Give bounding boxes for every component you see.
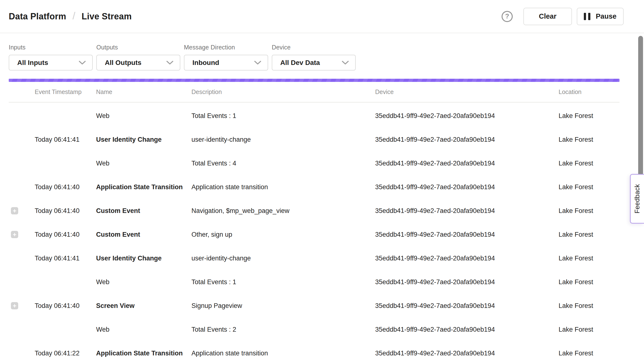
cell-name: Web [96, 160, 192, 167]
clear-button[interactable]: Clear [524, 8, 572, 25]
breadcrumb-separator: / [72, 10, 76, 22]
table-row: Today 06:41:40 Application State Transit… [9, 175, 620, 199]
cell-timestamp: Today 06:41:40 [35, 231, 96, 238]
filter-inputs-label: Inputs [9, 44, 93, 51]
cell-device: 35eddb41-9ff9-49e2-7aed-20afa90eb194 [375, 207, 558, 215]
expand-row-icon[interactable]: + [11, 231, 18, 238]
cell-name: Web [96, 326, 192, 333]
filter-message-direction: Message Direction Inbound [184, 44, 268, 70]
filter-outputs-label: Outputs [96, 44, 180, 51]
filter-bar: Inputs All Inputs Outputs All Outputs Me… [0, 33, 644, 70]
message-direction-select[interactable]: Inbound [184, 55, 268, 70]
filter-inputs: Inputs All Inputs [9, 44, 93, 70]
table-row: Web Total Events : 4 35eddb41-9ff9-49e2-… [9, 151, 620, 175]
table-row: Today 06:41:41 User Identity Change user… [9, 128, 620, 151]
cell-location: Lake Forest [558, 183, 620, 191]
col-header-event-timestamp: Event Timestamp [35, 88, 96, 95]
clear-button-label: Clear [539, 12, 557, 20]
table-header-row: Event Timestamp Name Description Device … [9, 82, 620, 102]
cell-name: Custom Event [96, 207, 192, 215]
filter-device: Device All Dev Data [272, 44, 356, 70]
table-row-expandable[interactable]: + Today 06:41:40 Custom Event Other, sig… [9, 223, 620, 246]
table-row: Today 06:41:41 User Identity Change user… [9, 246, 620, 270]
cell-device: 35eddb41-9ff9-49e2-7aed-20afa90eb194 [375, 302, 558, 310]
cell-name: User Identity Change [96, 136, 192, 143]
cell-device: 35eddb41-9ff9-49e2-7aed-20afa90eb194 [375, 278, 558, 286]
cell-location: Lake Forest [558, 231, 620, 238]
cell-device: 35eddb41-9ff9-49e2-7aed-20afa90eb194 [375, 136, 558, 143]
message-direction-select-value: Inbound [192, 59, 219, 67]
cell-description: Navigation, $mp_web_page_view [192, 207, 375, 215]
cell-description: Total Events : 2 [192, 326, 375, 333]
inputs-select[interactable]: All Inputs [9, 55, 93, 70]
inputs-select-value: All Inputs [17, 59, 48, 67]
cell-description: Total Events : 4 [192, 160, 375, 167]
cell-location: Lake Forest [558, 278, 620, 286]
cell-timestamp: Today 06:41:40 [35, 207, 96, 215]
col-header-name: Name [96, 88, 192, 95]
cell-location: Lake Forest [558, 112, 620, 120]
pause-button[interactable]: Pause [577, 8, 624, 25]
cell-device: 35eddb41-9ff9-49e2-7aed-20afa90eb194 [375, 326, 558, 333]
cell-location: Lake Forest [558, 302, 620, 310]
chevron-down-icon [342, 61, 349, 65]
cell-timestamp: Today 06:41:40 [35, 302, 96, 310]
cell-description: user-identity-change [192, 255, 375, 262]
cell-location: Lake Forest [558, 255, 620, 262]
chevron-down-icon [78, 61, 86, 65]
cell-device: 35eddb41-9ff9-49e2-7aed-20afa90eb194 [375, 183, 558, 191]
expand-row-icon[interactable]: + [11, 207, 18, 214]
cell-name: Screen View [96, 302, 192, 310]
cell-name: Web [96, 112, 192, 120]
outputs-select-value: All Outputs [105, 59, 142, 67]
cell-location: Lake Forest [558, 350, 620, 357]
table-body: Web Total Events : 1 35eddb41-9ff9-49e2-… [9, 102, 620, 360]
feedback-tab-label: Feedback [634, 184, 641, 213]
table-row: Today 06:41:22 Application State Transit… [9, 341, 620, 360]
cell-location: Lake Forest [558, 136, 620, 143]
live-stream-activity-bar [9, 79, 620, 82]
filter-message-direction-label: Message Direction [184, 44, 268, 51]
vertical-scrollbar-thumb[interactable] [638, 36, 643, 180]
cell-timestamp: Today 06:41:41 [35, 255, 96, 262]
cell-name: User Identity Change [96, 255, 192, 262]
cell-timestamp: Today 06:41:41 [35, 136, 96, 143]
cell-device: 35eddb41-9ff9-49e2-7aed-20afa90eb194 [375, 160, 558, 167]
cell-location: Lake Forest [558, 160, 620, 167]
cell-description: Other, sign up [192, 231, 375, 238]
table-row-expandable[interactable]: + Today 06:41:40 Screen View Signup Page… [9, 294, 620, 318]
device-select[interactable]: All Dev Data [272, 55, 356, 70]
cell-description: Application state transition [192, 350, 375, 357]
outputs-select[interactable]: All Outputs [96, 55, 180, 70]
table-row: Web Total Events : 2 35eddb41-9ff9-49e2-… [9, 318, 620, 341]
cell-location: Lake Forest [558, 207, 620, 215]
header-actions: ? Clear Pause [502, 8, 624, 25]
live-stream-table: Event Timestamp Name Description Device … [9, 82, 620, 360]
expand-row-icon[interactable]: + [11, 302, 18, 309]
cell-device: 35eddb41-9ff9-49e2-7aed-20afa90eb194 [375, 112, 558, 120]
cell-location: Lake Forest [558, 326, 620, 333]
cell-description: Application state transition [192, 183, 375, 191]
pause-button-label: Pause [596, 12, 616, 20]
device-select-value: All Dev Data [280, 59, 320, 67]
table-row: Web Total Events : 1 35eddb41-9ff9-49e2-… [9, 104, 620, 128]
cell-description: user-identity-change [192, 136, 375, 143]
chevron-down-icon [166, 61, 174, 65]
cell-name: Web [96, 278, 192, 286]
help-icon[interactable]: ? [502, 11, 513, 22]
app-header: Data Platform / Live Stream ? Clear Paus… [0, 0, 644, 33]
table-row-expandable[interactable]: + Today 06:41:40 Custom Event Navigation… [9, 199, 620, 223]
filter-outputs: Outputs All Outputs [96, 44, 180, 70]
chevron-down-icon [254, 61, 261, 65]
table-row: Web Total Events : 1 35eddb41-9ff9-49e2-… [9, 270, 620, 294]
pause-icon [584, 13, 590, 20]
cell-name: Application State Transition [96, 350, 192, 357]
cell-timestamp: Today 06:41:40 [35, 183, 96, 191]
feedback-tab[interactable]: Feedback [630, 174, 644, 224]
filter-device-label: Device [272, 44, 356, 51]
cell-device: 35eddb41-9ff9-49e2-7aed-20afa90eb194 [375, 350, 558, 357]
col-header-location: Location [558, 88, 620, 95]
header-buttons: Clear Pause [524, 8, 624, 25]
col-header-device: Device [375, 88, 558, 95]
breadcrumb-section[interactable]: Data Platform [9, 11, 66, 21]
